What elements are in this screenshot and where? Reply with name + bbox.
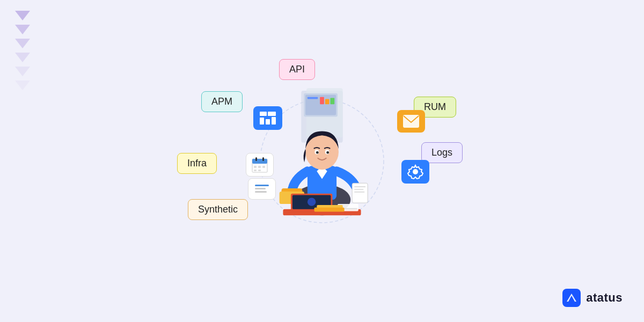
svg-rect-38 — [403, 115, 419, 128]
svg-rect-31 — [314, 208, 344, 212]
svg-point-48 — [413, 169, 418, 174]
dashboard-svg — [259, 111, 277, 126]
calendar-svg — [251, 156, 268, 173]
email-svg — [402, 114, 420, 128]
tag-synthetic: Synthetic — [188, 199, 248, 220]
tag-rum-label: RUM — [424, 101, 446, 112]
svg-rect-51 — [255, 191, 267, 193]
atatus-icon-svg — [566, 292, 577, 304]
svg-rect-6 — [320, 97, 324, 105]
svg-rect-12 — [352, 183, 368, 203]
tag-logs-label: Logs — [431, 147, 452, 158]
tag-logs: Logs — [421, 142, 463, 163]
svg-point-22 — [316, 151, 319, 154]
settings-icon-badge — [401, 160, 429, 184]
atatus-logo: atatus — [562, 289, 623, 307]
svg-rect-50 — [255, 188, 266, 189]
atatus-logo-text: atatus — [586, 291, 623, 305]
svg-rect-44 — [258, 166, 261, 168]
svg-rect-8 — [330, 98, 334, 105]
svg-point-23 — [326, 151, 329, 154]
svg-rect-13 — [354, 186, 365, 187]
svg-rect-42 — [262, 157, 264, 161]
tag-infra-label: Infra — [187, 158, 207, 169]
dashboard-icon-badge — [253, 106, 282, 130]
svg-rect-32 — [260, 112, 267, 116]
svg-rect-46 — [254, 170, 257, 171]
svg-rect-14 — [354, 189, 363, 190]
svg-rect-35 — [266, 119, 270, 125]
calendar-icon-badge — [246, 153, 274, 177]
svg-rect-7 — [325, 99, 330, 105]
svg-rect-40 — [252, 159, 267, 164]
list-svg — [254, 182, 270, 195]
tag-apm: APM — [201, 91, 243, 112]
tag-synthetic-label: Synthetic — [198, 204, 238, 215]
svg-rect-34 — [260, 118, 264, 125]
list-icon-badge — [248, 178, 276, 200]
svg-rect-5 — [308, 97, 318, 99]
main-content: API APM RUM Infra Logs Synthetic — [0, 0, 644, 322]
tag-api-label: API — [289, 64, 305, 75]
atatus-logo-icon — [562, 289, 581, 307]
svg-point-27 — [308, 197, 316, 206]
svg-rect-45 — [262, 166, 265, 168]
svg-rect-47 — [258, 170, 261, 171]
svg-rect-15 — [354, 192, 364, 193]
email-icon-badge — [397, 110, 425, 133]
illustration-container: API APM RUM Infra Logs Synthetic — [172, 48, 472, 274]
svg-rect-41 — [255, 157, 257, 161]
svg-rect-49 — [255, 185, 269, 186]
tag-infra: Infra — [177, 153, 217, 174]
tag-apm-label: APM — [211, 96, 232, 107]
svg-rect-36 — [272, 117, 276, 125]
svg-rect-33 — [268, 112, 276, 116]
settings-svg — [407, 164, 423, 180]
svg-rect-43 — [254, 166, 257, 168]
